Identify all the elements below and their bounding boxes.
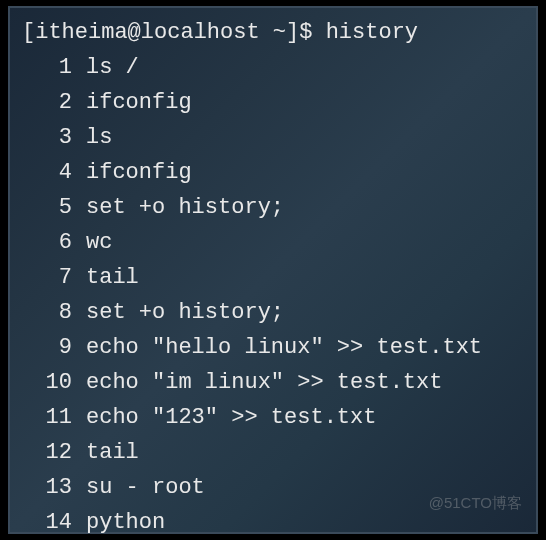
history-line-number: 2 (22, 86, 86, 119)
history-command: echo "123" >> test.txt (86, 401, 376, 434)
history-line-number: 6 (22, 226, 86, 259)
watermark: @51CTO博客 (429, 492, 522, 515)
history-line-number: 12 (22, 436, 86, 469)
prompt-line: [itheima@localhost ~]$ history (22, 16, 524, 49)
history-line-number: 4 (22, 156, 86, 189)
history-line: 1ls / (22, 51, 524, 84)
history-line: 3ls (22, 121, 524, 154)
history-line-number: 13 (22, 471, 86, 504)
terminal-window[interactable]: [itheima@localhost ~]$ history 1ls /2ifc… (8, 6, 538, 534)
history-line: 2ifconfig (22, 86, 524, 119)
prompt-command: history (326, 20, 418, 45)
history-line: 8set +o history; (22, 296, 524, 329)
history-command: ifconfig (86, 156, 192, 189)
history-command: echo "im linux" >> test.txt (86, 366, 442, 399)
history-line: 4ifconfig (22, 156, 524, 189)
history-command: su - root (86, 471, 205, 504)
history-line-number: 1 (22, 51, 86, 84)
history-command: set +o history; (86, 191, 284, 224)
history-line-number: 7 (22, 261, 86, 294)
history-command: ls (86, 121, 112, 154)
history-line: 6wc (22, 226, 524, 259)
history-line-number: 11 (22, 401, 86, 434)
history-line-number: 14 (22, 506, 86, 539)
history-line: 7tail (22, 261, 524, 294)
history-line-number: 3 (22, 121, 86, 154)
history-command: tail (86, 261, 139, 294)
history-line: 11echo "123" >> test.txt (22, 401, 524, 434)
history-line-number: 10 (22, 366, 86, 399)
history-command: python (86, 506, 165, 539)
history-line: 12tail (22, 436, 524, 469)
history-line-number: 9 (22, 331, 86, 364)
history-command: wc (86, 226, 112, 259)
history-command: set +o history; (86, 296, 284, 329)
prompt-user-host: [itheima@localhost ~]$ (22, 20, 326, 45)
history-line: 9echo "hello linux" >> test.txt (22, 331, 524, 364)
history-line: 5set +o history; (22, 191, 524, 224)
history-command: ls / (86, 51, 139, 84)
history-output: 1ls /2ifconfig3ls4ifconfig5set +o histor… (22, 51, 524, 540)
history-line: 10echo "im linux" >> test.txt (22, 366, 524, 399)
history-command: echo "hello linux" >> test.txt (86, 331, 482, 364)
history-line-number: 5 (22, 191, 86, 224)
history-command: tail (86, 436, 139, 469)
history-line-number: 8 (22, 296, 86, 329)
history-command: ifconfig (86, 86, 192, 119)
